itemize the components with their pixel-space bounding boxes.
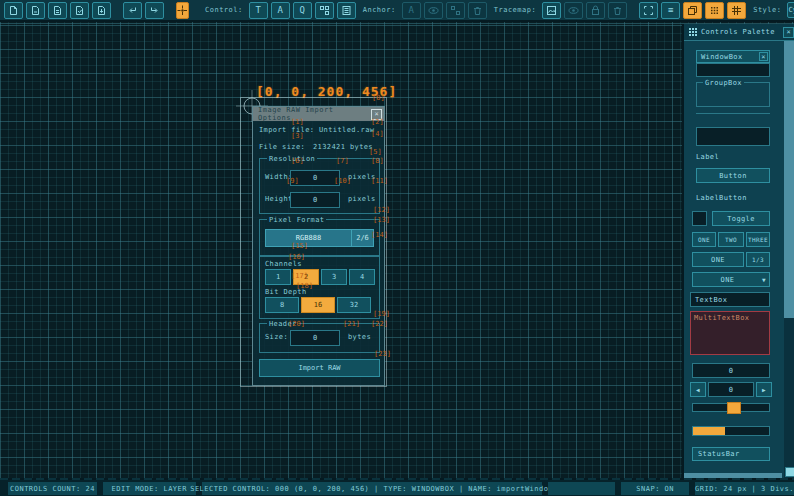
channel-3-button[interactable]: 3 [321,269,347,285]
palette-spinner-right-icon[interactable]: ▶ [756,382,772,397]
designed-window-imports-dialog[interactable]: Image RAW Import Options × Import file: … [252,106,385,386]
bit-depth-16-button[interactable]: 16 [301,297,335,313]
control-index-annotation: [4] [371,130,384,138]
control-textbox-tool-button[interactable]: Q [293,2,312,19]
palette-toggle-item[interactable]: Toggle [712,211,770,226]
slider-thumb[interactable] [727,402,741,414]
channel-4-button[interactable]: 4 [349,269,375,285]
value-sample-text: 0 [729,367,734,375]
control-multitext-tool-button[interactable] [337,2,356,19]
palette-vertical-scrollbar[interactable] [784,41,794,480]
dropdown-sample-label: ONE [693,276,762,284]
redo-button[interactable] [145,2,164,19]
import-raw-button[interactable]: Import RAW [259,359,380,377]
palette-slider-item[interactable] [692,403,770,412]
size-label: Size: [265,333,288,341]
height-input[interactable]: 0 [290,192,340,208]
control-index-annotation: [1] [291,118,304,126]
anchor-trash-icon-button[interactable] [468,2,487,19]
tracemap-label: Tracemap: [494,6,536,14]
ui-designer-app: Control: T A Q Anchor: A Tracemap: ≡ [0,0,794,496]
scrollbar-corner-grip[interactable] [785,467,794,477]
palette-divider-item[interactable] [696,113,770,114]
control-index-annotation: [19] [373,310,390,318]
windowbox-sample-title: WindowBox [701,53,759,61]
palette-label-item[interactable]: Label [696,153,719,161]
status-grid: GRID: 24 px | 3 Divs. [695,482,794,495]
palette-textbox-item[interactable]: TextBox [690,292,770,307]
pixel-format-cycle-button[interactable]: RGB888 2/6 [265,229,374,247]
anchor-eye-icon-button[interactable] [424,2,443,19]
file-size-value: 2132421 bytes [313,143,373,151]
channels-label: Channels [265,260,302,268]
control-index-annotation: [13] [373,216,390,224]
snap-target-button[interactable] [176,2,189,19]
controls-palette-panel: Controls Palette × WindowBox × GroupBox … [682,24,794,480]
bit-depth-8-button[interactable]: 8 [265,297,299,313]
file-save-as-button[interactable] [70,2,89,19]
palette-spinner-value[interactable]: 0 [708,382,754,397]
vertical-scrollbar-thumb[interactable] [784,41,794,318]
palette-labelbutton-item[interactable]: LabelButton [696,194,747,202]
control-button-tool-button[interactable]: A [271,2,290,19]
resolution-groupbox: Resolution Width: 0 pixels Height: 0 pix… [259,158,380,214]
grid-dots-toggle-icon-button[interactable] [705,2,724,19]
palette-radio-two-item[interactable]: TWO [718,232,744,247]
control-node-tool-button[interactable] [315,2,334,19]
palette-panel-item[interactable] [696,127,770,146]
control-index-annotation: [23] [374,350,391,358]
channel-1-button[interactable]: 1 [265,269,291,285]
style-dropdown[interactable]: Cyber [787,2,794,18]
grid-lines-toggle-icon-button[interactable] [727,2,746,19]
palette-progress1-item[interactable] [692,426,770,436]
tracemap-trash-icon-button[interactable] [608,2,627,19]
palette-spinner-left-icon[interactable]: ◀ [690,382,706,397]
header-size-input[interactable]: 0 [290,330,340,346]
palette-cycle-item[interactable]: ONE [692,252,744,267]
palette-title: Controls Palette [701,28,779,36]
control-index-annotation: [17] [291,272,308,280]
size-unit-label: bytes [348,333,371,341]
palette-checkbox-item[interactable] [692,211,707,226]
palette-windowbox-body[interactable] [696,63,770,77]
control-index-annotation: [15] [291,242,308,250]
control-label-tool-button[interactable]: T [249,2,268,19]
file-open-button[interactable] [26,2,45,19]
view-group: ≡ [639,2,746,19]
tracemap-lock-icon-button[interactable] [586,2,605,19]
palette-windowbox-item[interactable]: WindowBox × [696,50,770,63]
palette-button-item[interactable]: Button [696,168,770,183]
tracemap-group [542,2,627,19]
groupbox-sample-label: GroupBox [703,79,744,87]
palette-groupbox-item[interactable]: GroupBox [696,82,770,107]
palette-radio-three-item[interactable]: THREE [746,232,770,247]
anchor-node-icon-button[interactable] [446,2,465,19]
palette-dropdown-item[interactable]: ONE ▼ [692,272,770,287]
tracemap-eye-icon-button[interactable] [564,2,583,19]
palette-titlebar[interactable]: Controls Palette × [684,24,794,41]
palette-cycle-index-item[interactable]: 1/3 [746,252,770,267]
undo-button[interactable] [123,2,142,19]
anchor-letter-button[interactable]: A [402,2,421,19]
list-view-icon-button[interactable]: ≡ [661,2,680,19]
palette-value-item[interactable]: 0 [692,363,770,378]
file-save-button[interactable] [48,2,67,19]
design-canvas[interactable]: [0, 0, 200, 456] Image RAW Import Option… [0,22,794,480]
palette-radio-one-item[interactable]: ONE [692,232,716,247]
file-new-button[interactable] [4,2,23,19]
palette-close-icon[interactable]: × [783,27,794,38]
palette-multitextbox-item[interactable]: MultiTextBox [690,311,770,355]
fit-view-icon-button[interactable] [639,2,658,19]
tracemap-image-icon-button[interactable] [542,2,561,19]
control-index-annotation: [14] [371,231,388,239]
control-index-annotation: [7] [336,157,349,165]
dialog-title: Image RAW Import Options [258,106,371,122]
file-export-button[interactable] [92,2,111,19]
palette-statusbar-item[interactable]: StatusBar [692,447,770,461]
pixel-format-groupbox: Pixel Format RGB888 2/6 [259,219,380,256]
multitextbox-sample-text: MultiTextBox [694,314,749,322]
dialog-titlebar[interactable]: Image RAW Import Options × [253,107,384,121]
bit-depth-32-button[interactable]: 32 [337,297,371,313]
layers-toggle-icon-button[interactable] [683,2,702,19]
style-label: Style: [753,6,781,14]
